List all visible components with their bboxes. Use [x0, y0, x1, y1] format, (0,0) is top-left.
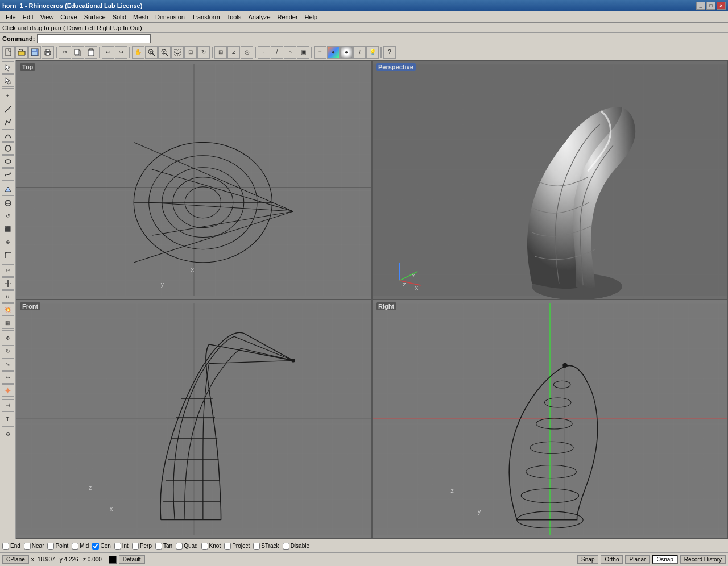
pan-button[interactable]: ✋ [132, 46, 144, 59]
undo-button[interactable]: ↩ [102, 46, 114, 59]
snap-int[interactable]: Int [114, 543, 129, 550]
snap-disable[interactable]: Disable [283, 543, 309, 550]
explode-tool[interactable]: 💥 [2, 303, 14, 316]
join-tool[interactable]: ∪ [2, 290, 14, 303]
layer-default[interactable]: Default [119, 555, 145, 564]
rotate-tool[interactable]: ↻ [2, 345, 14, 357]
move-tool[interactable]: ✥ [2, 332, 14, 344]
ellipse-tool[interactable] [2, 155, 14, 168]
snap-end-checkbox[interactable] [2, 543, 9, 550]
zoom-window-button[interactable] [145, 46, 158, 59]
fillet-edge-tool[interactable] [2, 249, 14, 261]
freeform-tool[interactable] [2, 168, 14, 181]
copy-button[interactable] [72, 46, 84, 59]
snap-cen[interactable]: Cen [92, 543, 110, 550]
minimize-button[interactable]: _ [696, 2, 705, 10]
menu-solid[interactable]: Solid [109, 13, 130, 22]
zoom-extents-button[interactable] [171, 46, 184, 59]
point-button[interactable]: · [258, 46, 270, 59]
polyline-tool[interactable] [2, 116, 14, 128]
loft-tool[interactable] [2, 197, 14, 209]
cut-button[interactable]: ✂ [59, 46, 71, 59]
text-tool[interactable]: T [2, 413, 14, 425]
viewport-top[interactable]: Top [16, 60, 372, 299]
menu-help[interactable]: Help [301, 13, 321, 22]
arc-tool[interactable] [2, 129, 14, 142]
options-tool[interactable]: ⚙ [2, 428, 14, 440]
zoom-in-button[interactable] [158, 46, 171, 59]
redo-button[interactable]: ↪ [115, 46, 127, 59]
snap-int-checkbox[interactable] [114, 543, 121, 550]
snap-tan-checkbox[interactable] [155, 543, 162, 550]
snap-perp-checkbox[interactable] [132, 543, 139, 550]
snap-quad[interactable]: Quad [176, 543, 197, 550]
trim-tool[interactable]: ✂ [2, 264, 14, 277]
snap-grid-button[interactable]: ⊞ [214, 46, 227, 59]
menu-tools[interactable]: Tools [224, 13, 245, 22]
snap-knot[interactable]: Knot [201, 543, 221, 550]
group-tool[interactable]: ▦ [2, 317, 14, 329]
maximize-button[interactable]: □ [706, 2, 715, 10]
surface-button[interactable]: ▣ [297, 46, 309, 59]
surface-tool[interactable] [2, 184, 14, 196]
snap-quad-checkbox[interactable] [176, 543, 183, 550]
menu-dimension[interactable]: Dimension [152, 13, 188, 22]
snap-perp[interactable]: Perp [132, 543, 152, 550]
window-select-tool[interactable] [2, 74, 14, 87]
record-history-toggle[interactable]: Record History [680, 555, 726, 564]
planar-toggle[interactable]: Planar [625, 555, 650, 564]
save-button[interactable] [28, 46, 41, 59]
open-button[interactable] [15, 46, 28, 59]
new-button[interactable] [2, 46, 15, 59]
revolve-tool[interactable]: ↺ [2, 210, 14, 222]
snap-knot-checkbox[interactable] [201, 543, 208, 550]
snap-point[interactable]: Point [47, 543, 68, 550]
command-input[interactable] [37, 34, 151, 43]
split-tool[interactable] [2, 277, 14, 290]
viewport-front[interactable]: Front [16, 299, 372, 539]
rotate-view-button[interactable]: ↻ [197, 46, 210, 59]
snap-disable-checkbox[interactable] [283, 543, 289, 550]
snap-project-checkbox[interactable] [224, 543, 231, 550]
circle-tool[interactable] [2, 142, 14, 155]
snap-strack[interactable]: STrack [253, 543, 279, 550]
zoom-extents-all-button[interactable]: ⊡ [184, 46, 197, 59]
snap-mid-checkbox[interactable] [72, 543, 78, 550]
dimensions-tool[interactable]: ⊣ [2, 399, 14, 412]
material-button[interactable]: ● [327, 46, 340, 59]
snap-near[interactable]: Near [24, 543, 44, 550]
menu-transform[interactable]: Transform [188, 13, 224, 22]
render-button[interactable]: ● [340, 46, 353, 59]
osnap-toggle[interactable]: Osnap [652, 555, 677, 564]
snap-strack-checkbox[interactable] [253, 543, 260, 550]
snap-mid[interactable]: Mid [72, 543, 89, 550]
viewport-perspective[interactable]: Perspective [372, 60, 728, 299]
menu-view[interactable]: View [37, 13, 57, 22]
ortho-button[interactable]: ⊿ [228, 46, 240, 59]
close-button[interactable]: × [717, 2, 726, 10]
circle-button[interactable]: ○ [284, 46, 296, 59]
help-button[interactable]: ? [383, 46, 396, 59]
viewport-right[interactable]: Right [372, 299, 728, 539]
snap-cen-checkbox[interactable] [92, 543, 99, 550]
properties-button[interactable]: 𝑖 [353, 46, 366, 59]
lights-button[interactable]: 💡 [366, 46, 379, 59]
scale-tool[interactable]: ⤡ [2, 358, 14, 371]
ortho-toggle[interactable]: Ortho [601, 555, 623, 564]
line-tool[interactable] [2, 103, 14, 115]
menu-curve[interactable]: Curve [57, 13, 80, 22]
menu-analyze[interactable]: Analyze [245, 13, 274, 22]
array-tool[interactable]: ✦ [2, 384, 14, 397]
menu-file[interactable]: File [2, 13, 19, 22]
menu-edit[interactable]: Edit [19, 13, 37, 22]
snap-end[interactable]: End [2, 543, 20, 550]
menu-render[interactable]: Render [274, 13, 301, 22]
snap-near-checkbox[interactable] [24, 543, 31, 550]
menu-surface[interactable]: Surface [81, 13, 109, 22]
line-button[interactable]: / [271, 46, 283, 59]
snap-project[interactable]: Project [224, 543, 250, 550]
point-tool[interactable]: + [2, 90, 14, 102]
select-tool[interactable] [2, 61, 14, 74]
boolean-tool[interactable]: ⊕ [2, 236, 14, 248]
snap-toggle[interactable]: Snap [577, 555, 598, 564]
